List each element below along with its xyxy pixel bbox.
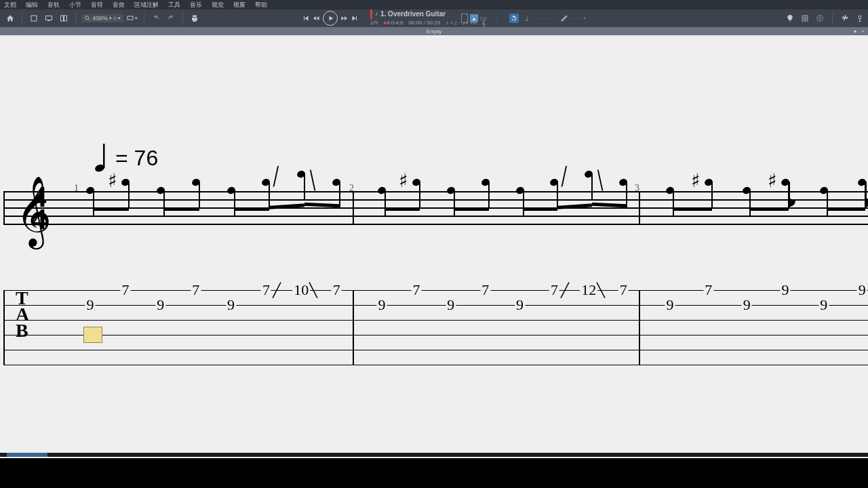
view-split-icon[interactable] bbox=[58, 12, 70, 24]
menu-item[interactable]: 视觉 bbox=[212, 1, 224, 9]
svg-rect-2 bbox=[48, 20, 50, 21]
print-icon[interactable] bbox=[189, 12, 201, 24]
edit-cursor[interactable] bbox=[83, 327, 102, 343]
svg-rect-15 bbox=[103, 144, 105, 168]
menu-item[interactable]: 文档 bbox=[4, 1, 16, 9]
time-signature: 44 bbox=[32, 186, 47, 230]
zoom-control[interactable]: 406%▾ ◇ ▾ bbox=[81, 14, 123, 22]
fret-number[interactable]: 9 bbox=[446, 296, 456, 314]
menu-item[interactable]: 视窗 bbox=[233, 1, 245, 9]
tab-clef: TAB bbox=[16, 290, 29, 338]
menu-item[interactable]: 工具 bbox=[168, 1, 180, 9]
svg-rect-8 bbox=[802, 16, 808, 21]
menu-item[interactable]: 编辑 bbox=[26, 1, 38, 9]
tab-dropdown-icon[interactable]: ▾ bbox=[852, 28, 859, 35]
document-tabs: Empty ▾ + bbox=[0, 27, 868, 35]
svg-rect-3 bbox=[61, 16, 64, 21]
timeline-scrubber[interactable] bbox=[0, 453, 868, 457]
svg-rect-4 bbox=[64, 16, 67, 21]
audio-wave-icon[interactable] bbox=[840, 12, 850, 24]
tuning-fork-icon[interactable] bbox=[854, 12, 865, 24]
svg-point-5 bbox=[85, 16, 89, 20]
play-button[interactable] bbox=[323, 11, 338, 26]
fret-number[interactable]: 9 bbox=[515, 296, 525, 314]
menu-bar: 文档编辑音轨小节音符音效区域注解工具音乐视觉视窗帮助 bbox=[0, 0, 868, 9]
bottom-panel bbox=[0, 458, 868, 488]
globe-icon[interactable] bbox=[814, 12, 825, 24]
fret-number[interactable]: 7 bbox=[480, 281, 490, 299]
fret-number[interactable]: 7 bbox=[618, 281, 629, 299]
metronome-indicator[interactable]: ▲ bbox=[470, 14, 478, 22]
fret-number[interactable]: 7 bbox=[549, 281, 559, 299]
loop-icon[interactable] bbox=[509, 14, 519, 23]
undo-icon[interactable] bbox=[150, 12, 162, 24]
fret-number[interactable]: 9 bbox=[226, 296, 236, 314]
svg-rect-0 bbox=[31, 16, 37, 21]
home-icon[interactable] bbox=[4, 12, 16, 24]
skip-end-icon[interactable] bbox=[350, 12, 359, 24]
transport-controls bbox=[301, 11, 359, 26]
menu-item[interactable]: 音轨 bbox=[47, 1, 60, 9]
fret-number[interactable]: 7 bbox=[411, 281, 421, 299]
pencil-icon[interactable] bbox=[560, 14, 568, 22]
menu-item[interactable]: 音乐 bbox=[190, 1, 202, 9]
fret-number[interactable]: 9 bbox=[818, 296, 829, 314]
fret-number[interactable]: 7 bbox=[703, 281, 713, 299]
main-toolbar: 406%▾ ◇ ▾ ▾ ♪ 1. Overdriven Guitar 1/9 ●… bbox=[0, 9, 868, 27]
fret-number[interactable]: 9 bbox=[857, 281, 867, 299]
fret-number[interactable]: 7 bbox=[120, 281, 130, 299]
rewind-icon[interactable] bbox=[312, 12, 321, 24]
fret-number[interactable]: 10 bbox=[292, 281, 310, 299]
tab-add-icon[interactable]: + bbox=[860, 28, 867, 35]
menu-item[interactable]: 小节 bbox=[69, 1, 81, 9]
fret-number[interactable]: 9 bbox=[665, 296, 675, 314]
track-title-label: 1. Overdriven Guitar bbox=[380, 10, 446, 18]
tab-label[interactable]: Empty bbox=[427, 28, 442, 35]
lightbulb-icon[interactable] bbox=[785, 12, 795, 24]
time-display: 00:00 / 00:28 bbox=[408, 20, 440, 28]
menu-item[interactable]: 音符 bbox=[91, 1, 103, 9]
fret-number[interactable]: 9 bbox=[155, 296, 165, 314]
fret-number[interactable]: 7 bbox=[191, 281, 201, 299]
score-view[interactable]: = 76 1 2 3 𝄞 44 ♯╱╲♯╱╲♯♯ TAB 979797╱10╲7… bbox=[0, 35, 868, 458]
fret-number[interactable]: 7 bbox=[332, 281, 342, 299]
view-page-icon[interactable] bbox=[28, 12, 40, 24]
fretboard-icon[interactable] bbox=[800, 12, 810, 24]
menu-item[interactable]: 音效 bbox=[113, 1, 125, 9]
fret-number[interactable]: 9 bbox=[85, 296, 96, 314]
fret-number[interactable]: 9 bbox=[742, 296, 752, 314]
note-pitch: D5 bbox=[480, 16, 492, 22]
tempo-marking: = 76 bbox=[95, 144, 158, 172]
svg-rect-1 bbox=[46, 16, 52, 20]
svg-line-6 bbox=[88, 19, 90, 20]
skip-start-icon[interactable] bbox=[301, 12, 311, 24]
track-color-indicator bbox=[370, 9, 372, 19]
fret-number[interactable]: 7 bbox=[261, 281, 271, 299]
fret-number[interactable]: 9 bbox=[377, 296, 387, 314]
redo-icon[interactable] bbox=[165, 12, 177, 24]
display-mode-icon[interactable]: ▾ bbox=[126, 12, 138, 24]
svg-rect-7 bbox=[127, 16, 133, 20]
forward-icon[interactable] bbox=[339, 12, 349, 24]
fret-number[interactable]: 9 bbox=[781, 281, 791, 299]
view-screen-icon[interactable] bbox=[43, 12, 55, 24]
menu-item[interactable]: 帮助 bbox=[255, 1, 267, 9]
fret-number[interactable]: 12 bbox=[580, 281, 597, 299]
menu-item[interactable]: 区域注解 bbox=[134, 1, 159, 9]
bar-position: 1/9 bbox=[370, 20, 378, 28]
